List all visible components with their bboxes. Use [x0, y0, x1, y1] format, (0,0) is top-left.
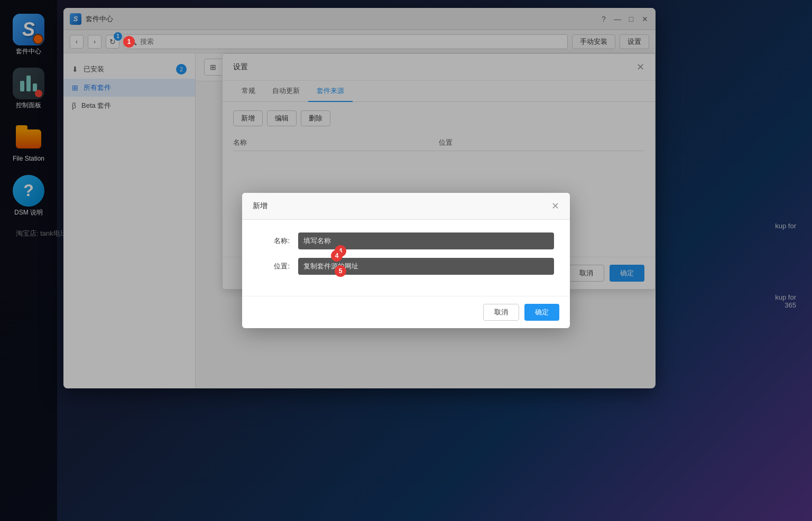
- location-label: 位置:: [258, 262, 290, 271]
- location-placeholder-text: 复制套件源的网址: [303, 262, 358, 271]
- annotation-badge-5: 5: [335, 265, 346, 277]
- name-placeholder-text: 填写名称: [303, 236, 331, 246]
- add-dialog: 新增 ✕ 名称: 填写名称 4 位置:: [242, 193, 570, 328]
- annotation-badge-4: 4: [335, 245, 346, 257]
- dialog-footer: 取消 确定: [242, 296, 570, 328]
- dialog-confirm-button[interactable]: 确定: [524, 304, 559, 321]
- name-field-row: 名称: 填写名称 4: [258, 232, 554, 249]
- location-field-row: 位置: 复制套件源的网址: [258, 258, 554, 275]
- badge-5-container: 5: [335, 265, 346, 277]
- dialog-cancel-button[interactable]: 取消: [483, 304, 519, 321]
- dialog-body: 名称: 填写名称 4 位置: 复制套件源的网址: [242, 220, 570, 296]
- dialog-title: 新增: [253, 201, 267, 211]
- name-label: 名称:: [258, 236, 290, 246]
- dialog-header: 新增 ✕: [242, 193, 570, 220]
- badge-4-container: 4: [335, 245, 346, 257]
- dialog-close-button[interactable]: ✕: [551, 200, 559, 212]
- dialog-overlay: 新增 ✕ 名称: 填写名称 4 位置:: [0, 0, 812, 521]
